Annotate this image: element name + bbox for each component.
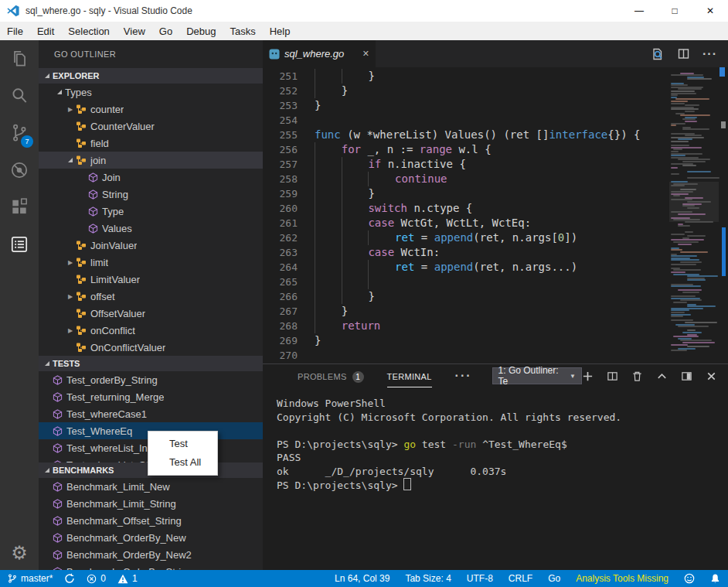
tree-item-limit[interactable]: ▶ limit <box>39 254 263 271</box>
twistie-icon[interactable]: ▶ <box>65 293 76 300</box>
code-line[interactable]: 262ret = append(ret, n.args[0]) <box>263 230 668 245</box>
tree-item-joinvaluer[interactable]: JoinValuer <box>39 237 263 254</box>
menu-item-edit[interactable]: Edit <box>30 22 61 40</box>
more-actions-icon[interactable]: ··· <box>702 47 717 61</box>
terminal-select[interactable]: 1: Go Outliner: Te ▼ <box>492 367 582 384</box>
minimize-button[interactable]: — <box>621 0 657 22</box>
tree-item-offset[interactable]: ▶ offset <box>39 288 263 305</box>
errors-item[interactable]: 0 <box>87 573 106 584</box>
menu-item-go[interactable]: Go <box>152 22 179 40</box>
tree-item-onconflict[interactable]: ▶ onConflict <box>39 322 263 339</box>
panel-layout-icon[interactable] <box>681 370 692 382</box>
tree-item-test_orderby_string[interactable]: Test_orderBy_String <box>39 371 263 388</box>
debug-disabled-icon[interactable] <box>0 152 39 189</box>
notifications-bell-icon[interactable] <box>710 573 720 584</box>
code-line[interactable]: 257if n.inactive { <box>263 157 668 172</box>
language-mode[interactable]: Go <box>548 573 560 584</box>
menu-item-file[interactable]: File <box>0 22 30 40</box>
tree-item-field[interactable]: field <box>39 135 263 152</box>
menu-item-selection[interactable]: Selection <box>61 22 116 40</box>
explorer-icon[interactable] <box>0 40 39 77</box>
code-line[interactable]: 252} <box>263 84 668 98</box>
code-line[interactable]: 260switch n.ctype { <box>263 201 668 216</box>
tab-size[interactable]: Tab Size: 4 <box>405 573 451 584</box>
eol-sequence[interactable]: CRLF <box>509 573 532 584</box>
scrollbar-thumb[interactable] <box>722 227 726 276</box>
close-button[interactable]: ✕ <box>692 0 728 22</box>
tree-item-counter[interactable]: ▶ counter <box>39 101 263 118</box>
search-file-icon[interactable] <box>651 47 665 61</box>
go-outliner-icon[interactable] <box>0 226 39 263</box>
tree-item-string[interactable]: String <box>39 186 263 203</box>
source-control-icon[interactable]: 7 <box>0 114 39 152</box>
code-line[interactable]: 251} <box>263 69 668 84</box>
maximize-button[interactable]: □ <box>657 0 692 22</box>
twistie-icon[interactable]: ▶ <box>65 259 76 266</box>
tree-item-benchmark_limit_new[interactable]: Benchmark_Limit_New <box>39 478 263 495</box>
context-menu-item-test-all[interactable]: Test All <box>148 453 217 472</box>
sync-item[interactable] <box>64 573 75 584</box>
split-editor-icon[interactable] <box>677 47 690 60</box>
settings-gear-icon[interactable]: ⚙ <box>11 544 28 562</box>
warnings-item[interactable]: 1 <box>117 573 138 584</box>
maximize-panel-icon[interactable] <box>656 370 668 382</box>
cursor-position[interactable]: Ln 64, Col 39 <box>335 573 390 584</box>
analysis-tools-missing[interactable]: Analysis Tools Missing <box>576 573 668 584</box>
section-header-explorer[interactable]: EXPLORER <box>39 68 263 84</box>
tree-item-benchmark_orderby_new[interactable]: Benchmark_OrderBy_New <box>39 529 263 546</box>
menu-item-view[interactable]: View <box>117 22 152 40</box>
section-header-tests[interactable]: TESTS <box>39 356 263 371</box>
search-icon[interactable] <box>0 77 39 114</box>
tab-terminal[interactable]: TERMINAL <box>387 364 432 387</box>
code-editor[interactable]: 251}252}253}254255func (w *whereList) Va… <box>263 67 728 363</box>
tree-item-limitvaluer[interactable]: LimitValuer <box>39 271 263 288</box>
tree-item-countervaluer[interactable]: CounterValuer <box>39 118 263 135</box>
code-line[interactable]: 267} <box>263 304 668 319</box>
tree-item-onconflictvaluer[interactable]: OnConflictValuer <box>39 339 263 356</box>
code-line[interactable]: 265 <box>263 275 668 289</box>
twistie-icon[interactable]: ▶ <box>65 327 76 334</box>
tree-item-test_returning_merge[interactable]: Test_returning_Merge <box>39 388 263 405</box>
tree-item-types[interactable]: Types <box>39 84 263 101</box>
menu-item-help[interactable]: Help <box>263 22 298 40</box>
tree-item-benchmark_offset_string[interactable]: Benchmark_Offset_String <box>39 512 263 529</box>
tree-item-test_wherecase1[interactable]: Test_whereCase1 <box>39 405 263 422</box>
tree-item-values[interactable]: Values <box>39 220 263 237</box>
terminal-output[interactable]: Windows PowerShellCopyright (C) Microsof… <box>277 397 621 493</box>
tree-item-benchmark_limit_string[interactable]: Benchmark_Limit_String <box>39 495 263 512</box>
close-tab-icon[interactable]: ✕ <box>362 49 369 59</box>
new-terminal-icon[interactable] <box>582 370 594 382</box>
code-line[interactable]: 264ret = append(ret, n.args...) <box>263 260 668 275</box>
tab-sql-where-go[interactable]: sql_where.go ✕ <box>263 40 376 67</box>
feedback-smiley-icon[interactable] <box>684 573 695 584</box>
split-terminal-icon[interactable] <box>607 370 618 382</box>
code-line[interactable]: 256for _, n := range w.l { <box>263 142 668 157</box>
tree-item-offsetvaluer[interactable]: OffsetValuer <box>39 305 263 322</box>
code-line[interactable]: 253} <box>263 98 668 113</box>
tree-item-benchmark_orderby_new2[interactable]: Benchmark_OrderBy_New2 <box>39 546 263 563</box>
twistie-icon[interactable]: ▶ <box>65 106 76 113</box>
code-line[interactable]: 254 <box>263 113 668 128</box>
panel-more-icon[interactable]: ··· <box>455 369 472 383</box>
twistie-icon[interactable] <box>54 90 65 94</box>
tree-item-type[interactable]: Type <box>39 203 263 220</box>
code-line[interactable]: 255func (w *whereList) Values() (ret []i… <box>263 128 668 142</box>
extensions-icon[interactable] <box>0 189 39 226</box>
code-line[interactable]: 258continue <box>263 172 668 186</box>
menu-item-debug[interactable]: Debug <box>179 22 223 40</box>
code-line[interactable]: 269} <box>263 333 668 348</box>
context-menu-item-test[interactable]: Test <box>148 435 217 453</box>
minimap[interactable] <box>669 67 719 363</box>
tree-item-join[interactable]: Join <box>39 169 263 186</box>
encoding[interactable]: UTF-8 <box>467 573 493 584</box>
git-branch-item[interactable]: master* <box>8 573 53 584</box>
tree-item-join[interactable]: join <box>39 152 263 169</box>
code-line[interactable]: 259} <box>263 186 668 201</box>
tab-problems[interactable]: PROBLEMS 1 <box>298 364 364 387</box>
code-line[interactable]: 270 <box>263 348 668 363</box>
code-line[interactable]: 266} <box>263 289 668 304</box>
menu-item-tasks[interactable]: Tasks <box>223 22 262 40</box>
code-line[interactable]: 268return <box>263 319 668 333</box>
kill-terminal-icon[interactable] <box>631 370 643 382</box>
code-line[interactable]: 261case WctGt, WctLt, WctEq: <box>263 216 668 230</box>
